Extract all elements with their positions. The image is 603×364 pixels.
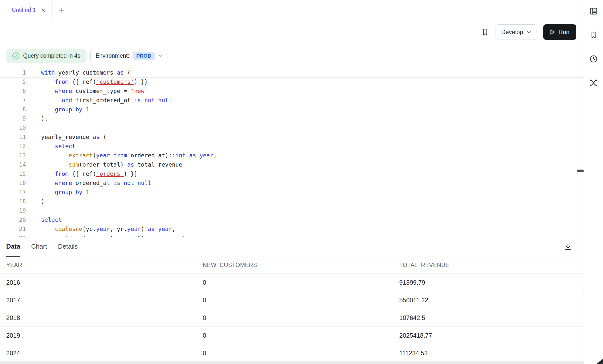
table-cell: 0 <box>203 314 399 321</box>
query-status-pill: Query completed in 4s <box>6 49 86 63</box>
results-tab-details[interactable]: Details <box>58 237 78 257</box>
new-tab-button[interactable] <box>52 0 70 20</box>
table-cell: 0 <box>203 350 399 357</box>
table-row: 201902025418.77 <box>0 327 584 344</box>
column-header: YEAR <box>6 262 203 269</box>
horizontal-scrollbar[interactable] <box>0 361 584 364</box>
table-row: 20170550011.22 <box>0 291 584 309</box>
code-text: from {{ ref('orders') }} <box>26 169 584 178</box>
code-line: 14 sum(order_total) as total_revenue <box>0 160 584 169</box>
code-text: where ordered_at is not null <box>26 178 584 187</box>
code-line: 16 where ordered_at is not null <box>0 178 584 187</box>
bookmark-icon[interactable] <box>481 28 489 36</box>
model-ref-link[interactable]: 'orders' <box>96 171 124 177</box>
table-row: 20240111234.53 <box>0 344 584 362</box>
tab-untitled-1[interactable]: Untitled 1 <box>0 0 52 20</box>
code-line: 19 <box>0 206 584 215</box>
table-cell: 111234.53 <box>399 350 584 357</box>
code-text: ), <box>26 114 584 123</box>
line-number: 9 <box>0 115 26 122</box>
table-body: 2016091399.7920170550011.2220180107642.5… <box>0 274 584 362</box>
code-line: 11yearly_revenue as ( <box>0 132 584 141</box>
table-row: 2016091399.79 <box>0 274 584 291</box>
download-icon <box>564 243 572 251</box>
code-text: extract(year from ordered_at)::int as ye… <box>26 151 584 160</box>
query-status-text: Query completed in 4s <box>23 52 80 59</box>
line-number: 15 <box>0 171 26 177</box>
close-icon[interactable] <box>41 8 46 13</box>
code-text <box>26 206 584 215</box>
develop-dropdown[interactable]: Develop <box>496 24 537 40</box>
run-button[interactable]: Run <box>543 24 576 40</box>
code-text: ) <box>26 197 584 206</box>
code-line: 1with yearly_customers as ( <box>0 68 584 77</box>
table-cell: 91399.79 <box>399 279 584 286</box>
code-text: with yearly_customers as ( <box>26 68 584 77</box>
code-text: group by 1 <box>26 105 584 114</box>
resize-grip-icon[interactable] <box>597 359 603 364</box>
line-number: 20 <box>0 217 26 223</box>
download-results-button[interactable] <box>561 237 575 257</box>
code-line: 13 extract(year from ordered_at)::int as… <box>0 151 584 160</box>
column-header: TOTAL_REVENUE <box>399 262 584 269</box>
status-bar: Query completed in 4s Environment: PROD <box>0 44 584 68</box>
tab-spacer <box>78 237 561 257</box>
code-line: 18) <box>0 197 584 206</box>
line-number: 16 <box>0 180 26 186</box>
code-line: 21 coalesce(yc.year, yr.year) as year, <box>0 224 584 233</box>
file-tab-bar: Untitled 1 <box>0 0 584 20</box>
line-number: 13 <box>0 152 26 159</box>
app-window: Untitled 1 Develop Run <box>0 0 603 364</box>
results-panel: DataChartDetails YEARNEW_CUSTOMERSTOTAL_… <box>0 237 584 364</box>
editor-scrollbar-marker[interactable] <box>577 170 584 172</box>
table-row: 20180107642.5 <box>0 309 584 327</box>
code-lines: 1with yearly_customers as (5 from {{ ref… <box>0 68 584 237</box>
table-cell: 550011.22 <box>399 297 584 304</box>
code-line: 9), <box>0 114 584 123</box>
line-number: 17 <box>0 189 26 195</box>
table-cell: 0 <box>203 332 399 339</box>
environment-selector[interactable]: Environment: PROD <box>90 49 167 63</box>
line-number: 12 <box>0 143 26 149</box>
results-tabs: DataChartDetails <box>6 237 78 257</box>
code-text: coalesce(yc.year, yr.year) as year, <box>26 224 584 233</box>
list-panel-icon[interactable] <box>589 6 598 16</box>
code-text: where customer_type = 'new' <box>26 86 584 95</box>
code-line: 7 and first_ordered_at is not null <box>0 95 584 105</box>
right-icon-sidebar <box>584 0 603 364</box>
model-ref-link[interactable]: 'customers' <box>96 79 134 85</box>
chevron-down-icon <box>527 31 531 34</box>
line-number: 11 <box>0 134 26 140</box>
code-text: from {{ ref('customers') }} <box>26 77 584 86</box>
code-line: 12 select <box>0 141 584 151</box>
table-cell: 0 <box>203 297 399 304</box>
environment-badge: PROD <box>133 52 155 60</box>
line-number: 8 <box>0 106 26 113</box>
toolbar: Develop Run <box>0 20 584 44</box>
line-number: 10 <box>0 125 26 131</box>
line-number: 14 <box>0 161 26 168</box>
sql-editor[interactable]: 1with yearly_customers as (5 from {{ ref… <box>0 68 584 237</box>
bookmark-icon[interactable] <box>589 30 598 40</box>
results-tab-chart[interactable]: Chart <box>31 237 47 257</box>
code-text: group by 1 <box>26 187 584 197</box>
code-text: yearly_revenue as ( <box>26 132 584 141</box>
code-line: 20select <box>0 215 584 224</box>
code-line: 5 from {{ ref('customers') }} <box>0 77 584 86</box>
code-line: 8 group by 1 <box>0 105 584 114</box>
develop-label: Develop <box>501 29 523 36</box>
line-number: 7 <box>0 97 26 103</box>
table-cell: 107642.5 <box>399 314 584 321</box>
results-tab-data[interactable]: Data <box>6 237 20 257</box>
history-clock-icon[interactable] <box>589 54 598 64</box>
environment-label: Environment: <box>96 52 129 59</box>
line-number: 6 <box>0 88 26 94</box>
line-number: 5 <box>0 79 26 85</box>
run-label: Run <box>558 29 569 36</box>
code-text <box>26 123 584 132</box>
code-line: 17 group by 1 <box>0 187 584 197</box>
code-line: 15 from {{ ref('orders') }} <box>0 169 584 178</box>
table-cell: 0 <box>203 279 399 286</box>
lineage-icon[interactable] <box>589 78 598 88</box>
code-line: 10 <box>0 123 584 132</box>
